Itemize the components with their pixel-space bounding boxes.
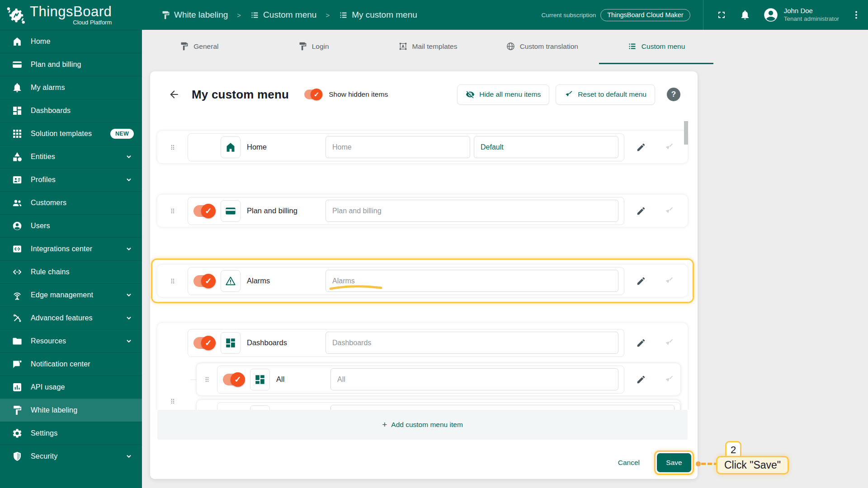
- paint-roller-icon: [298, 42, 307, 51]
- kebab-menu-icon[interactable]: [851, 9, 862, 20]
- edit-pencil-icon[interactable]: [636, 338, 646, 348]
- hide-all-menu-items-button[interactable]: Hide all menu items: [457, 84, 549, 105]
- edit-pencil-icon[interactable]: [636, 206, 646, 216]
- menu-group-dashboards: Dashboards All: [157, 323, 688, 410]
- logo-section[interactable]: ThingsBoard Cloud Platform: [0, 0, 142, 30]
- reset-to-default-menu-button[interactable]: Reset to default menu: [556, 84, 655, 105]
- back-arrow-icon[interactable]: [168, 89, 180, 100]
- edit-pencil-icon[interactable]: [636, 142, 646, 152]
- drag-handle-icon[interactable]: [203, 374, 211, 385]
- sidebar-item-solution-templates[interactable]: Solution templates NEW: [0, 122, 142, 145]
- tab-mail-templates[interactable]: Mail templates: [371, 30, 485, 64]
- sidebar-item-plan-and-billing[interactable]: Plan and billing: [0, 53, 142, 76]
- clear-broom-icon[interactable]: [664, 375, 674, 385]
- menu-item-icon-box: [221, 200, 241, 222]
- annotation-label: Click "Save": [716, 456, 789, 474]
- drag-handle-icon[interactable]: [169, 395, 176, 407]
- drag-handle-icon[interactable]: [169, 205, 176, 217]
- add-custom-menu-item-button[interactable]: + Add custom menu item: [157, 410, 688, 440]
- notifications-button[interactable]: [740, 9, 750, 20]
- sidebar-item-settings[interactable]: Settings: [0, 422, 142, 445]
- avatar[interactable]: [762, 6, 779, 23]
- clear-broom-icon[interactable]: [664, 276, 674, 286]
- menu-row-partial: [197, 400, 680, 410]
- chevron-down-icon: [124, 313, 134, 323]
- globe-icon: [506, 42, 515, 51]
- edit-pencil-icon[interactable]: [636, 276, 646, 286]
- drag-handle-icon[interactable]: [169, 275, 176, 287]
- tab-custom-menu[interactable]: Custom menu: [599, 30, 713, 64]
- card-header: My custom menu Show hidden items Hide al…: [150, 71, 698, 113]
- menu-item-visibility-toggle[interactable]: [193, 205, 214, 217]
- sidebar-item-customers[interactable]: Customers: [0, 191, 142, 214]
- sidebar-item-entities[interactable]: Entities: [0, 145, 142, 168]
- badge-icon: [12, 174, 23, 185]
- header-divider: [703, 0, 703, 30]
- menu-item-path-input[interactable]: [474, 136, 618, 158]
- menu-item-label: All: [276, 375, 324, 384]
- clear-broom-icon[interactable]: [664, 206, 674, 216]
- chevron-down-icon: [124, 336, 134, 346]
- menu-item-name-input[interactable]: [326, 136, 470, 158]
- grid-icon: [12, 128, 23, 139]
- sidebar-item-notification-center[interactable]: Notification center: [0, 352, 142, 375]
- sidebar-item-api-usage[interactable]: API usage: [0, 375, 142, 399]
- show-hidden-items-label: Show hidden items: [329, 90, 388, 99]
- tab-general[interactable]: General: [142, 30, 256, 64]
- shield-icon: [12, 451, 23, 462]
- sidebar-item-white-labeling[interactable]: White labeling: [0, 399, 142, 422]
- subscription-plan-pill[interactable]: ThingsBoard Cloud Maker: [600, 9, 690, 21]
- bell-icon: [740, 9, 750, 20]
- credit-card-icon: [225, 205, 236, 217]
- drag-handle-icon[interactable]: [169, 141, 176, 153]
- sidebar-item-resources[interactable]: Resources: [0, 329, 142, 352]
- sidebar-item-rule-chains[interactable]: Rule chains: [0, 260, 142, 283]
- sidebar-item-advanced-features[interactable]: Advanced features: [0, 306, 142, 329]
- clear-broom-icon[interactable]: [664, 338, 674, 348]
- broom-icon: [564, 90, 573, 99]
- sidebar-item-security[interactable]: Security: [0, 445, 142, 468]
- white-labeling-tabs: General Login Mail templates Custom tran…: [142, 30, 713, 64]
- logo-subtitle: Cloud Platform: [30, 19, 112, 25]
- menu-item-name-input[interactable]: [330, 405, 675, 410]
- tab-login[interactable]: Login: [256, 30, 371, 64]
- category-icon: [12, 151, 23, 162]
- save-button[interactable]: Save: [657, 453, 691, 472]
- breadcrumb-custom-menu[interactable]: Custom menu: [250, 10, 316, 20]
- menu-item-name-input[interactable]: [330, 368, 618, 390]
- edit-pencil-icon[interactable]: [636, 375, 646, 385]
- menu-item-visibility-toggle[interactable]: [193, 275, 214, 287]
- sidebar-item-integrations-center[interactable]: Integrations center: [0, 237, 142, 260]
- tab-custom-translation[interactable]: Custom translation: [485, 30, 599, 64]
- breadcrumb-my-custom-menu[interactable]: My custom menu: [339, 10, 417, 20]
- notification-icon: [12, 359, 23, 370]
- sidebar-item-my-alarms[interactable]: My alarms: [0, 76, 142, 99]
- scrollbar-thumb[interactable]: [684, 121, 688, 145]
- help-button[interactable]: ?: [667, 88, 680, 101]
- menu-item-visibility-toggle[interactable]: [193, 337, 214, 349]
- warning-icon: [225, 275, 236, 287]
- sidebar-item-home[interactable]: Home: [0, 30, 142, 53]
- breadcrumb-white-labeling[interactable]: White labeling: [161, 10, 228, 20]
- rule-chain-icon: [12, 267, 23, 277]
- menu-item-icon-box: [221, 270, 241, 292]
- fullscreen-button[interactable]: [716, 9, 727, 20]
- menu-item-name-input[interactable]: [326, 200, 618, 222]
- menu-item-visibility-toggle[interactable]: [223, 374, 244, 385]
- thingsboard-logo-icon: [5, 4, 27, 26]
- menu-item-icon-box: [250, 405, 270, 410]
- cancel-button[interactable]: Cancel: [615, 458, 642, 467]
- home-icon: [225, 141, 236, 153]
- sidebar-item-dashboards[interactable]: Dashboards: [0, 99, 142, 122]
- show-hidden-items-toggle[interactable]: [304, 89, 321, 99]
- logo-title: ThingsBoard: [30, 5, 112, 19]
- sidebar-item-profiles[interactable]: Profiles: [0, 168, 142, 191]
- sidebar-item-edge-management[interactable]: Edge management: [0, 283, 142, 306]
- clear-broom-icon[interactable]: [664, 142, 674, 152]
- chevron-down-icon: [124, 290, 134, 300]
- dashboards-icon: [12, 105, 23, 116]
- person-icon: [12, 221, 23, 231]
- sidebar-item-users[interactable]: Users: [0, 214, 142, 237]
- menu-item-name-input[interactable]: [326, 332, 618, 354]
- menu-item-name-input[interactable]: [326, 270, 618, 292]
